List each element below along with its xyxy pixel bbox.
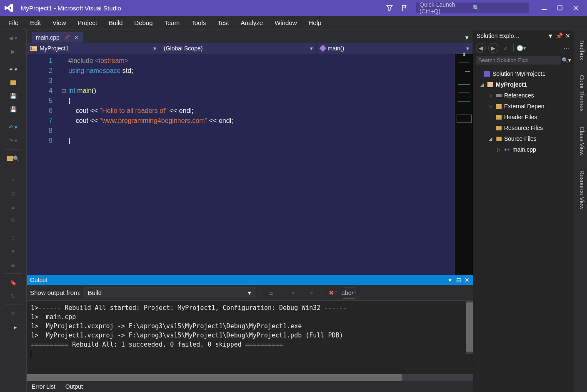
- output-text-area[interactable]: 1>------ Rebuild All started: Project: M…: [27, 301, 473, 374]
- tree-header-files-node[interactable]: Header Files: [473, 112, 574, 122]
- code-area[interactable]: #include <iostream>using namespace std;i…: [68, 54, 455, 275]
- bottom-tab-error-list[interactable]: Error List: [30, 382, 57, 391]
- tree-resource-label: Resource Files: [504, 125, 543, 131]
- se-more-button[interactable]: ⋯: [561, 43, 571, 53]
- tb-icon-4[interactable]: ⧉: [5, 214, 22, 226]
- close-tab-icon[interactable]: ✕: [74, 35, 79, 41]
- menu-build[interactable]: Build: [103, 17, 128, 28]
- output-clear-button[interactable]: ✖≡: [327, 287, 340, 299]
- show-output-from-select[interactable]: Build ▾: [84, 287, 255, 298]
- tree-references-node[interactable]: ▷ References: [473, 90, 574, 101]
- save-button[interactable]: 💾: [5, 90, 22, 102]
- open-folder-button[interactable]: [5, 76, 22, 89]
- se-back-button[interactable]: ◀: [476, 43, 486, 53]
- undo-button[interactable]: ↶ ▾: [5, 121, 22, 133]
- tb-icon-6[interactable]: ≡: [5, 245, 22, 257]
- right-tab-color-themes[interactable]: Color Themes: [574, 72, 587, 115]
- tb-icon-5[interactable]: ↧: [5, 232, 22, 244]
- redo-button[interactable]: ↷ ▾: [5, 134, 22, 147]
- menu-tools[interactable]: Tools: [185, 17, 212, 28]
- vs-logo-icon: [3, 2, 15, 14]
- panel-dropdown-icon[interactable]: ▼: [447, 277, 453, 283]
- find-in-files-button[interactable]: 🔍: [5, 152, 22, 165]
- tree-references-label: References: [504, 92, 534, 99]
- filter-icon[interactable]: [384, 2, 395, 14]
- tb-icon-9[interactable]: ⧉: [5, 307, 22, 320]
- right-collapsed-tabs: ToolboxColor ThemesClass ViewResource Vi…: [574, 30, 587, 392]
- right-tab-resource-view[interactable]: Resource View: [574, 167, 587, 213]
- output-btn-2[interactable]: ⇤: [288, 287, 301, 299]
- maximize-button[interactable]: [552, 2, 568, 14]
- tree-resource-files-node[interactable]: Resource Files: [473, 122, 574, 133]
- tree-solution-node[interactable]: Solution 'MyProject1': [473, 68, 574, 79]
- solution-tree: Solution 'MyProject1' ◢ MyProject1 ▷ Ref…: [473, 66, 574, 157]
- tab-overflow-button[interactable]: ▼: [461, 33, 473, 42]
- bottom-tab-output[interactable]: Output: [64, 382, 85, 391]
- tree-source-files-node[interactable]: ◢ Source Files: [473, 133, 574, 144]
- nav-member-selector[interactable]: main() ▾: [317, 42, 473, 54]
- new-item-button[interactable]: ✴ ▾: [5, 63, 22, 75]
- quick-launch-input[interactable]: Quick Launch (Ctrl+Q) 🔍: [416, 2, 529, 13]
- output-horizontal-scrollbar[interactable]: [27, 374, 473, 381]
- se-forward-button[interactable]: ▶: [488, 43, 498, 53]
- menu-project[interactable]: Project: [72, 17, 103, 28]
- se-dropdown-icon[interactable]: ▼: [547, 32, 553, 39]
- folder-icon: [496, 104, 502, 109]
- se-pin-icon[interactable]: 📌: [556, 32, 563, 39]
- tb-icon-8[interactable]: ⇅: [5, 290, 22, 302]
- menu-analyze[interactable]: Analyze: [235, 17, 269, 28]
- svg-rect-1: [558, 6, 562, 10]
- tree-project-label: MyProject1: [496, 81, 527, 88]
- tb-icon-1[interactable]: ≡: [5, 174, 22, 186]
- minimize-button[interactable]: [536, 2, 552, 14]
- menu-debug[interactable]: Debug: [128, 17, 158, 28]
- close-button[interactable]: [568, 2, 584, 14]
- code-editor[interactable]: 123456789 ⊟ #include <iostream>using nam…: [27, 54, 473, 275]
- folder-open-icon: [496, 137, 502, 141]
- tb-icon-3[interactable]: ≣: [5, 200, 22, 213]
- tree-main-cpp-node[interactable]: ▷++ main.cpp: [473, 144, 574, 155]
- project-icon: [487, 82, 493, 87]
- menu-test[interactable]: Test: [212, 17, 235, 28]
- panel-pin-icon[interactable]: ⊟: [456, 277, 461, 283]
- menu-team[interactable]: Team: [159, 17, 186, 28]
- tb-icon-2[interactable]: @: [5, 187, 22, 200]
- menu-window[interactable]: Window: [269, 17, 302, 28]
- se-close-icon[interactable]: ✕: [565, 32, 570, 39]
- output-btn-1[interactable]: ≣: [265, 287, 278, 299]
- menu-view[interactable]: View: [47, 17, 72, 28]
- right-tab-toolbox[interactable]: Toolbox: [574, 37, 587, 63]
- menu-file[interactable]: File: [2, 17, 24, 28]
- file-tab-main-cpp[interactable]: main.cpp 📌 ✕: [32, 32, 83, 42]
- se-search-icon[interactable]: 🔍▾: [561, 57, 571, 63]
- right-tab-class-view[interactable]: Class View: [574, 123, 587, 159]
- nav-project-selector[interactable]: MyProject1 ▾: [27, 42, 160, 54]
- solution-explorer-search: Search Solution Expl 🔍▾: [473, 54, 574, 66]
- output-wrap-button[interactable]: abc↵: [343, 287, 355, 299]
- menu-edit[interactable]: Edit: [24, 17, 47, 28]
- method-icon: [319, 45, 326, 52]
- se-home-button[interactable]: ⌂: [501, 43, 511, 53]
- pin-icon[interactable]: 📌: [64, 35, 70, 40]
- output-btn-3[interactable]: ⇥: [304, 287, 317, 299]
- nav-back-button[interactable]: ◀ ▾: [5, 32, 22, 44]
- se-search-input[interactable]: Search Solution Expl: [476, 56, 561, 65]
- nav-scope-selector[interactable]: (Global Scope) ▾: [160, 42, 317, 54]
- nav-forward-button[interactable]: ▶: [5, 45, 22, 57]
- output-vertical-scrollbar[interactable]: [466, 301, 473, 354]
- menu-help[interactable]: Help: [303, 17, 327, 28]
- tree-maincpp-label: main.cpp: [512, 146, 536, 153]
- code-folding-column[interactable]: ⊟: [59, 54, 68, 275]
- navigation-bar: MyProject1 ▾ (Global Scope) ▾ main() ▾: [27, 42, 473, 54]
- tree-external-node[interactable]: ▷ External Depen: [473, 101, 574, 112]
- flag-notification-icon[interactable]: [399, 2, 410, 14]
- toolbar-overflow-button[interactable]: ▸: [7, 321, 24, 333]
- split-handle-icon[interactable]: ⬍: [462, 52, 466, 57]
- panel-close-icon[interactable]: ✕: [465, 277, 470, 283]
- tb-icon-7[interactable]: ≣: [5, 258, 22, 271]
- tree-project-node[interactable]: ◢ MyProject1: [473, 79, 574, 90]
- bookmark-button[interactable]: 🔖: [5, 276, 22, 289]
- overview-ruler[interactable]: ⬍: [455, 54, 473, 275]
- save-all-button[interactable]: 💾: [5, 103, 22, 115]
- se-history-button[interactable]: 🕘▾: [516, 43, 526, 53]
